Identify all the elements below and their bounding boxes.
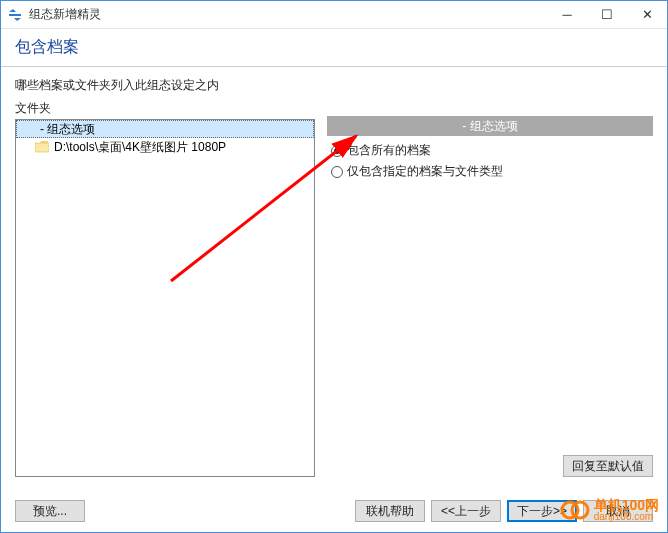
watermark: 单机100网 danji100.com	[560, 496, 659, 524]
radio-label: 仅包含指定的档案与文件类型	[347, 163, 503, 180]
folder-icon	[34, 139, 50, 155]
tree-item[interactable]: - 组态选项	[16, 120, 314, 138]
watermark-en: danji100.com	[594, 512, 659, 522]
prompt-text: 哪些档案或文件夹列入此组态设定之内	[15, 77, 653, 94]
watermark-cn: 单机100网	[594, 498, 659, 512]
radio-icon	[331, 145, 343, 157]
tree-item-label: - 组态选项	[40, 121, 95, 138]
folder-tree[interactable]: - 组态选项D:\tools\桌面\4K壁纸图片 1080P	[15, 119, 315, 477]
radio-group: 包含所有的档案仅包含指定的档案与文件类型	[327, 142, 653, 180]
blank-icon	[20, 121, 36, 137]
maximize-button[interactable]: ☐	[587, 1, 627, 29]
content-area: 哪些档案或文件夹列入此组态设定之内 文件夹 - 组态选项D:\tools\桌面\…	[1, 67, 667, 481]
title-bar: 组态新增精灵 ─ ☐ ✕	[1, 1, 667, 29]
app-icon	[7, 7, 23, 23]
radio-option[interactable]: 仅包含指定的档案与文件类型	[331, 163, 653, 180]
options-pane: - 组态选项 包含所有的档案仅包含指定的档案与文件类型 回复至默认值	[327, 100, 653, 477]
folder-pane: 文件夹 - 组态选项D:\tools\桌面\4K壁纸图片 1080P	[15, 100, 315, 477]
svg-point-4	[572, 502, 588, 518]
back-button[interactable]: <<上一步	[431, 500, 501, 522]
preview-button[interactable]: 预览...	[15, 500, 85, 522]
wizard-header: 包含档案	[1, 29, 667, 67]
folder-label: 文件夹	[15, 100, 315, 117]
svg-rect-1	[35, 143, 49, 152]
reset-defaults-button[interactable]: 回复至默认值	[563, 455, 653, 477]
radio-option[interactable]: 包含所有的档案	[331, 142, 653, 159]
tree-item[interactable]: D:\tools\桌面\4K壁纸图片 1080P	[16, 138, 314, 156]
page-title: 包含档案	[15, 37, 653, 58]
close-button[interactable]: ✕	[627, 1, 667, 29]
minimize-button[interactable]: ─	[547, 1, 587, 29]
help-button[interactable]: 联机帮助	[355, 500, 425, 522]
radio-icon	[331, 166, 343, 178]
tree-item-label: D:\tools\桌面\4K壁纸图片 1080P	[54, 139, 226, 156]
radio-label: 包含所有的档案	[347, 142, 431, 159]
svg-rect-0	[9, 14, 21, 16]
section-header: - 组态选项	[327, 116, 653, 136]
window-title: 组态新增精灵	[29, 6, 547, 23]
